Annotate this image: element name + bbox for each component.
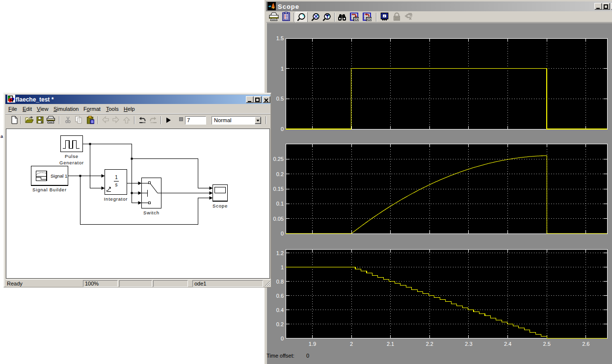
svg-text:Signal Builder: Signal Builder [32,187,67,192]
svg-text:Generator: Generator [59,160,84,165]
svg-text:Integrator: Integrator [104,196,128,202]
svg-text:Switch: Switch [143,210,160,215]
svg-text:Pulse: Pulse [65,154,79,159]
svg-text:Scope: Scope [213,203,228,208]
svg-text:1: 1 [115,175,118,180]
svg-text:s: s [115,182,118,187]
svg-text:Signal 1: Signal 1 [51,173,67,179]
